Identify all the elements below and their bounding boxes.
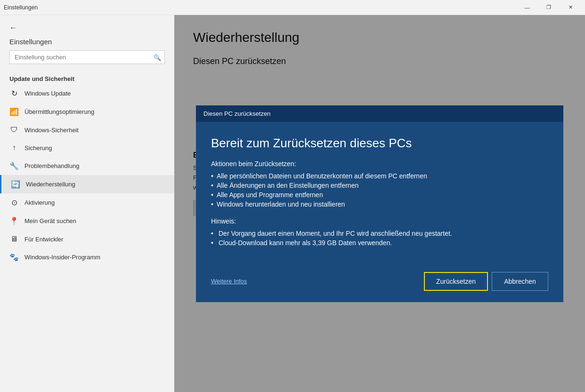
sidebar-item-wiederherstellung[interactable]: 🔄 Wiederherstellung <box>0 175 174 193</box>
wrench-icon: 🔧 <box>9 161 19 170</box>
app-container: ← Einstellungen 🔍 Update und Sicherheit … <box>0 15 585 392</box>
developer-icon: 🖥 <box>9 235 19 243</box>
sidebar-item-windows-sicherheit[interactable]: 🛡 Windows-Sicherheit <box>0 121 174 139</box>
sidebar: ← Einstellungen 🔍 Update und Sicherheit … <box>0 15 174 392</box>
titlebar-left: Einstellungen <box>4 4 38 11</box>
list-item: Alle Änderungen an den Einstellungen ent… <box>211 181 548 190</box>
abbrechen-button[interactable]: Abbrechen <box>492 272 548 291</box>
sidebar-item-label: Mein Gerät suchen <box>24 217 76 224</box>
shield-icon: 🛡 <box>9 126 19 134</box>
signal-icon: 📶 <box>9 107 19 116</box>
restore-button[interactable]: ❐ <box>538 0 560 15</box>
modal-titlebar: Diesen PC zurücksetzen <box>196 105 563 122</box>
modal-buttons: Zurücksetzen Abbrechen <box>424 272 548 291</box>
modal-hint-label: Hinweis: <box>211 217 548 225</box>
sidebar-header: ← Einstellungen <box>0 15 174 50</box>
back-arrow-icon: ← <box>9 24 17 32</box>
sidebar-item-aktivierung[interactable]: ⊙ Aktivierung <box>0 193 174 212</box>
list-item: Der Vorgang dauert einen Moment, und Ihr… <box>211 229 548 238</box>
recovery-icon: 🔄 <box>11 180 20 189</box>
sidebar-item-insider[interactable]: 🐾 Windows-Insider-Programm <box>0 248 174 266</box>
list-item: Alle persönlichen Dateien und Benutzerko… <box>211 171 548 181</box>
sidebar-item-label: Problembehandlung <box>24 162 79 169</box>
modal-body: Bereit zum Zurücksetzen dieses PCs Aktio… <box>196 122 563 272</box>
search-input[interactable] <box>9 50 165 64</box>
search-icon: 🔍 <box>154 54 161 61</box>
activation-icon: ⊙ <box>9 198 19 207</box>
search-box: 🔍 <box>9 50 165 64</box>
insider-icon: 🐾 <box>9 253 19 262</box>
zuruecksetzen-button[interactable]: Zurücksetzen <box>424 272 488 291</box>
backup-icon: ↑ <box>9 144 19 152</box>
titlebar: Einstellungen — ❐ ✕ <box>0 0 585 15</box>
titlebar-title: Einstellungen <box>4 4 38 11</box>
main-content: Wiederherstellung Diesen PC zurücksetzen… <box>174 15 585 392</box>
modal-actions-list: Alle persönlichen Dateien und Benutzerko… <box>211 171 548 209</box>
sidebar-item-mein-geraet[interactable]: 📍 Mein Gerät suchen <box>0 212 174 230</box>
sidebar-item-label: Übermittlungsoptimierung <box>24 108 94 115</box>
list-item: Cloud-Download kann mehr als 3,39 GB Dat… <box>211 238 548 248</box>
modal-main-title: Bereit zum Zurücksetzen dieses PCs <box>211 136 548 151</box>
sidebar-item-sicherung[interactable]: ↑ Sicherung <box>0 139 174 157</box>
modal-overlay: Diesen PC zurücksetzen Bereit zum Zurück… <box>174 15 585 392</box>
sidebar-item-windows-update[interactable]: ↻ Windows Update <box>0 84 174 103</box>
list-item: Alle Apps und Programme entfernen <box>211 190 548 200</box>
sidebar-item-problembehandlung[interactable]: 🔧 Problembehandlung <box>0 157 174 175</box>
minimize-button[interactable]: — <box>516 0 538 15</box>
back-button[interactable]: ← <box>9 24 165 32</box>
sidebar-item-label: Für Entwickler <box>24 236 63 243</box>
sidebar-item-label: Windows-Insider-Programm <box>24 254 100 261</box>
close-button[interactable]: ✕ <box>560 0 581 15</box>
titlebar-controls: — ❐ ✕ <box>516 0 581 15</box>
modal-actions-label: Aktionen beim Zurücksetzen: <box>211 160 548 168</box>
sidebar-item-label: Aktivierung <box>24 199 55 206</box>
refresh-icon: ↻ <box>9 89 19 98</box>
modal-hints-list: Der Vorgang dauert einen Moment, und Ihr… <box>211 229 548 248</box>
modal-titlebar-label: Diesen PC zurücksetzen <box>203 110 270 117</box>
sidebar-item-label: Windows Update <box>24 90 71 97</box>
modal-footer: Weitere Infos Zurücksetzen Abbrechen <box>196 272 563 302</box>
sidebar-item-label: Wiederherstellung <box>26 181 75 188</box>
list-item: Windows herunterladen und neu installier… <box>211 200 548 209</box>
app-title: Einstellungen <box>9 38 165 46</box>
reset-modal: Diesen PC zurücksetzen Bereit zum Zurück… <box>196 105 563 302</box>
sidebar-item-label: Windows-Sicherheit <box>24 127 79 134</box>
sidebar-item-uebermittlung[interactable]: 📶 Übermittlungsoptimierung <box>0 103 174 121</box>
location-icon: 📍 <box>9 216 19 225</box>
weitere-infos-link[interactable]: Weitere Infos <box>211 278 247 285</box>
sidebar-section-title: Update und Sicherheit <box>0 72 174 84</box>
sidebar-item-entwickler[interactable]: 🖥 Für Entwickler <box>0 230 174 248</box>
sidebar-item-label: Sicherung <box>24 144 52 152</box>
